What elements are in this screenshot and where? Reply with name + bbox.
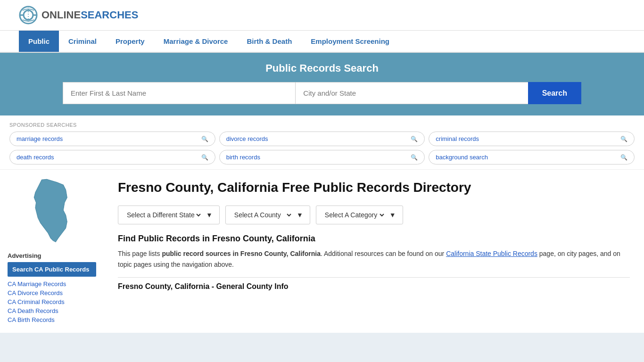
search-button[interactable]: Search [528, 82, 581, 104]
main-nav: Public Criminal Property Marriage & Divo… [0, 31, 644, 53]
category-select[interactable]: Select A Category [323, 211, 386, 219]
sponsored-tag-divorce-text: divorce records [226, 135, 268, 142]
sponsored-grid: marriage records 🔍 divorce records 🔍 cri… [9, 132, 635, 165]
dropdowns-row: Select a Different State ▼ Select A Coun… [118, 206, 630, 224]
content-area: Advertising Search CA Public Records CA … [0, 170, 644, 333]
banner-title: Public Records Search [19, 62, 625, 74]
advertising-label: Advertising [8, 252, 96, 259]
logo-text: ONLINESEARCHES [41, 9, 138, 21]
sponsored-tag-divorce[interactable]: divorce records 🔍 [219, 132, 425, 146]
nav-link-criminal[interactable]: Criminal [59, 31, 106, 52]
find-title: Find Public Records in Fresno County, Ca… [118, 234, 630, 244]
find-description: This page lists public record sources in… [118, 248, 630, 270]
county-select[interactable]: Select A County [232, 211, 293, 219]
sponsored-tag-criminal-text: criminal records [436, 135, 479, 142]
sponsored-tag-marriage[interactable]: marriage records 🔍 [9, 132, 215, 146]
main-wrapper: SPONSORED SEARCHES marriage records 🔍 di… [0, 115, 644, 333]
sponsored-tag-background[interactable]: background search 🔍 [429, 150, 635, 165]
sponsored-tag-death-text: death records [17, 154, 54, 161]
sidebar-link-criminal[interactable]: CA Criminal Records [8, 298, 96, 305]
search-icon-divorce: 🔍 [411, 136, 418, 142]
find-section: Find Public Records in Fresno County, Ca… [118, 234, 630, 291]
logo[interactable]: ONLINESEARCHES [19, 6, 138, 25]
chevron-down-icon: ▼ [206, 211, 213, 219]
sidebar: Advertising Search CA Public Records CA … [0, 170, 104, 333]
county-info-title: Fresno County, California - General Coun… [118, 277, 630, 291]
nav-item-birth[interactable]: Birth & Death [237, 31, 301, 52]
nav-link-birth[interactable]: Birth & Death [237, 31, 301, 52]
search-icon-background: 🔍 [620, 154, 627, 161]
nav-item-public[interactable]: Public [19, 31, 59, 52]
california-map-svg [24, 177, 80, 243]
nav-item-employment[interactable]: Employment Screening [301, 31, 399, 52]
sponsored-tag-criminal[interactable]: criminal records 🔍 [429, 132, 635, 146]
nav-link-public[interactable]: Public [19, 31, 59, 52]
nav-item-marriage[interactable]: Marriage & Divorce [154, 31, 238, 52]
nav-link-property[interactable]: Property [106, 31, 154, 52]
search-icon-marriage: 🔍 [201, 136, 208, 142]
sidebar-link-divorce[interactable]: CA Divorce Records [8, 289, 96, 296]
search-banner: Public Records Search Search [0, 53, 644, 115]
sponsored-tag-birth[interactable]: birth records 🔍 [219, 150, 425, 165]
location-input[interactable] [295, 82, 528, 104]
nav-item-property[interactable]: Property [106, 31, 154, 52]
california-records-link[interactable]: California State Public Records [446, 250, 537, 257]
sponsored-tag-marriage-text: marriage records [17, 135, 63, 142]
county-dropdown[interactable]: Select A County ▼ [225, 206, 310, 224]
state-map [8, 177, 96, 245]
search-form: Search [63, 82, 581, 104]
state-dropdown[interactable]: Select a Different State ▼ [118, 206, 220, 224]
ad-button[interactable]: Search CA Public Records [8, 262, 96, 277]
sidebar-link-birth[interactable]: CA Birth Records [8, 316, 96, 323]
search-icon-birth: 🔍 [411, 154, 418, 161]
sidebar-link-marriage[interactable]: CA Marriage Records [8, 280, 96, 288]
nav-link-employment[interactable]: Employment Screening [301, 31, 399, 52]
name-input[interactable] [63, 82, 295, 104]
sponsored-section: SPONSORED SEARCHES marriage records 🔍 di… [0, 115, 644, 170]
logo-icon [19, 6, 38, 25]
category-dropdown[interactable]: Select A Category ▼ [316, 206, 403, 224]
page-title: Fresno County, California Free Public Re… [118, 179, 630, 196]
search-icon-criminal: 🔍 [620, 136, 627, 142]
sponsored-tag-background-text: background search [436, 154, 488, 161]
chevron-down-icon-county: ▼ [297, 211, 303, 219]
content-body: Fresno County, California Free Public Re… [104, 170, 644, 333]
sponsored-label: SPONSORED SEARCHES [9, 122, 635, 128]
site-header: ONLINESEARCHES [0, 0, 644, 31]
sponsored-tag-death[interactable]: death records 🔍 [9, 150, 215, 165]
nav-item-criminal[interactable]: Criminal [59, 31, 106, 52]
nav-link-marriage[interactable]: Marriage & Divorce [154, 31, 238, 52]
chevron-down-icon-category: ▼ [389, 211, 396, 219]
sidebar-link-death[interactable]: CA Death Records [8, 307, 96, 314]
sponsored-tag-birth-text: birth records [226, 154, 260, 161]
state-select[interactable]: Select a Different State [125, 211, 202, 219]
search-icon-death: 🔍 [201, 154, 208, 161]
